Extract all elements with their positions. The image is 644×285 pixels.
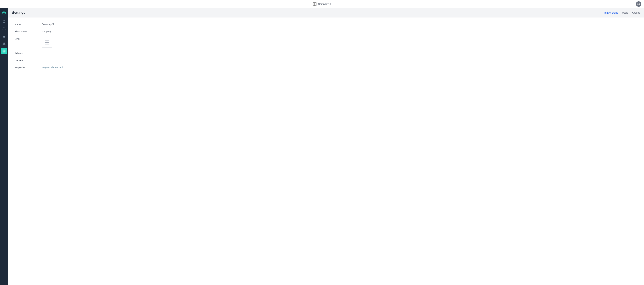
svg-rect-0 (313, 2, 314, 4)
name-label: Name (15, 23, 42, 26)
more-icon (2, 57, 6, 60)
svg-rect-1 (315, 2, 316, 4)
svg-rect-18 (3, 50, 4, 51)
svg-point-12 (4, 42, 4, 43)
svg-rect-21 (4, 51, 5, 52)
target-icon (2, 34, 6, 38)
svg-line-16 (4, 43, 5, 44)
sidebar-item-network[interactable] (1, 40, 8, 47)
svg-point-22 (3, 58, 3, 59)
logo-box (42, 37, 52, 48)
page-body: Name Company X Short name company Logo (8, 18, 644, 285)
tab-users[interactable]: Users (622, 8, 628, 17)
svg-point-5 (3, 12, 4, 13)
sidebar-item-grid[interactable] (1, 48, 8, 54)
field-row-properties: Properties No properties added (15, 66, 637, 69)
svg-rect-27 (45, 42, 47, 44)
field-row-contact: Contact - (15, 59, 637, 62)
app-logo-icon (2, 11, 6, 14)
svg-point-24 (5, 58, 5, 59)
page-title: Settings (12, 11, 25, 14)
home-icon (2, 20, 6, 23)
field-row-logo: Logo (15, 37, 637, 48)
properties-value: No properties added (42, 66, 63, 68)
content-area: Settings Tenant profile Users Groups Nam… (8, 8, 644, 285)
properties-label: Properties (15, 66, 42, 69)
sidebar-item-target[interactable] (1, 33, 8, 40)
svg-rect-26 (47, 40, 49, 42)
topbar: Company X AO (0, 0, 644, 8)
sidebar-logo[interactable] (1, 10, 8, 16)
tab-groups[interactable]: Groups (632, 8, 640, 17)
topbar-title: Company X (313, 2, 331, 6)
svg-rect-2 (313, 4, 314, 5)
svg-rect-19 (4, 50, 5, 51)
settings-header: Settings Tenant profile Users Groups (8, 8, 644, 18)
svg-line-15 (3, 43, 4, 44)
svg-rect-3 (315, 4, 316, 5)
arrows-icon (2, 27, 6, 30)
logo-label: Logo (15, 37, 42, 40)
svg-point-6 (3, 35, 5, 38)
sidebar-item-more[interactable] (1, 55, 8, 62)
svg-point-4 (2, 11, 6, 14)
name-value: Company X (42, 23, 54, 26)
field-row-short-name: Short name company (15, 30, 637, 33)
network-icon (2, 42, 6, 45)
tab-tenant-profile[interactable]: Tenant profile (604, 8, 618, 17)
avatar[interactable]: AO (636, 1, 641, 7)
logo-grid-icon (45, 40, 49, 45)
settings-tabs: Tenant profile Users Groups (604, 8, 640, 17)
sidebar (0, 8, 8, 285)
sidebar-item-arrows[interactable] (1, 26, 8, 32)
sidebar-item-home[interactable] (1, 18, 8, 25)
svg-point-23 (4, 58, 4, 59)
field-row-admins: Admins (15, 52, 637, 55)
svg-rect-28 (47, 42, 49, 44)
contact-value: - (42, 59, 42, 62)
short-name-value: company (42, 30, 51, 32)
field-row-name: Name Company X (15, 23, 637, 26)
admins-label: Admins (15, 52, 42, 55)
svg-rect-25 (45, 40, 47, 42)
main-layout: Settings Tenant profile Users Groups Nam… (0, 8, 644, 285)
contact-label: Contact (15, 59, 42, 62)
company-logo-icon (313, 2, 317, 6)
short-name-label: Short name (15, 30, 42, 33)
company-name: Company X (318, 2, 331, 5)
svg-rect-20 (3, 51, 4, 52)
svg-point-7 (4, 36, 5, 37)
grid-dashboard-icon (2, 49, 6, 53)
